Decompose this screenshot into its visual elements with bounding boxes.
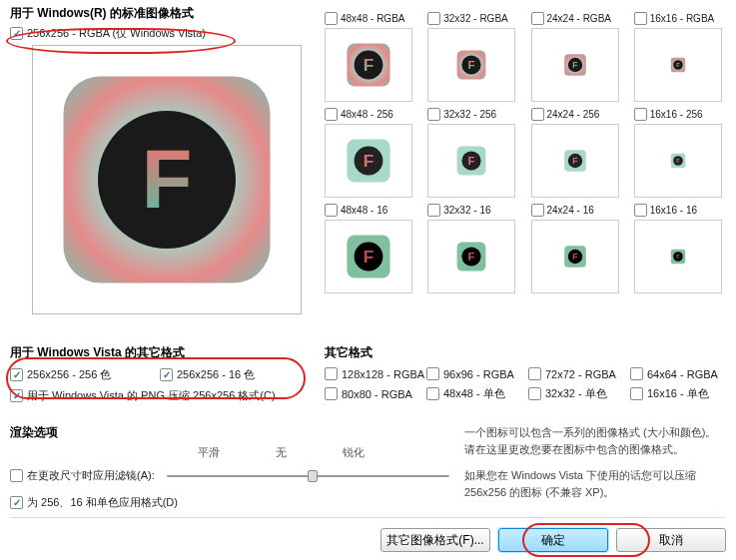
slider-label-sharpen: 锐化 bbox=[343, 445, 365, 460]
svg-text:F: F bbox=[468, 59, 475, 71]
vista-png-compress[interactable]: 用于 Windows Vista 的 PNG 压缩 256x256 格式(C) bbox=[10, 388, 290, 403]
checkbox-icon bbox=[630, 387, 643, 400]
ok-button[interactable]: 确定 bbox=[498, 528, 608, 552]
checkbox-icon bbox=[531, 12, 544, 25]
checkbox-icon bbox=[634, 12, 647, 25]
checkbox-icon bbox=[325, 204, 338, 217]
checkbox-icon bbox=[325, 12, 338, 25]
checkbox-icon bbox=[10, 496, 23, 509]
fmt-48-rgba[interactable]: 48x48 - RGBA bbox=[325, 12, 419, 25]
checkbox-icon bbox=[160, 368, 173, 381]
svg-text:F: F bbox=[572, 252, 577, 262]
filter-slider[interactable] bbox=[167, 475, 449, 477]
other-96-rgba[interactable]: 96x96 - RGBA bbox=[426, 367, 522, 380]
preview-256: F bbox=[32, 45, 302, 314]
fmt-24-16[interactable]: 24x24 - 16 bbox=[531, 204, 626, 217]
fmt-24-rgba[interactable]: 24x24 - RGBA bbox=[531, 12, 626, 25]
other-48-mono[interactable]: 48x48 - 单色 bbox=[426, 386, 522, 401]
fmt-48-256[interactable]: 48x48 - 256 bbox=[325, 108, 419, 121]
fmt-32-256[interactable]: 32x32 - 256 bbox=[427, 108, 522, 121]
checkbox-icon bbox=[531, 108, 544, 121]
vista-256-256[interactable]: 256x256 - 256 色 bbox=[10, 367, 140, 382]
slider-thumb-icon bbox=[308, 470, 318, 482]
checkbox-icon bbox=[426, 387, 439, 400]
render-filter-resize[interactable]: 在更改尺寸时应用滤镜(A): bbox=[10, 468, 449, 483]
slider-label-none: 无 bbox=[276, 445, 287, 460]
checkbox-icon bbox=[325, 108, 338, 121]
other-128-rgba[interactable]: 128x128 - RGBA bbox=[325, 367, 420, 380]
cancel-button[interactable]: 取消 bbox=[616, 528, 726, 552]
other-80-rgba[interactable]: 80x80 - RGBA bbox=[325, 386, 420, 401]
other-title: 其它格式 bbox=[325, 344, 729, 361]
svg-text:F: F bbox=[364, 151, 374, 171]
other-formats-button[interactable]: 其它图像格式(F)... bbox=[380, 528, 490, 552]
other-16-mono[interactable]: 16x16 - 单色 bbox=[630, 386, 726, 401]
checkbox-icon bbox=[10, 368, 23, 381]
fmt-16-rgba[interactable]: 16x16 - RGBA bbox=[634, 12, 729, 25]
checkbox-icon bbox=[531, 204, 544, 217]
checkbox-icon bbox=[325, 367, 338, 380]
svg-text:F: F bbox=[676, 62, 680, 68]
vista-title: 用于 Windows Vista 的其它格式 bbox=[10, 344, 320, 361]
checkbox-icon bbox=[10, 389, 23, 402]
checkbox-icon bbox=[427, 204, 440, 217]
checkbox-icon bbox=[427, 12, 440, 25]
checkbox-icon bbox=[630, 367, 643, 380]
checkbox-icon bbox=[634, 108, 647, 121]
svg-text:F: F bbox=[572, 60, 577, 70]
help-text: 一个图标可以包含一系列的图像格式 (大小和颜色)。请在这里更改您要在图标中包含的… bbox=[464, 424, 724, 510]
svg-text:F: F bbox=[468, 251, 475, 263]
svg-text:F: F bbox=[676, 254, 680, 260]
vista-256-16[interactable]: 256x256 - 16 色 bbox=[160, 367, 290, 382]
fmt-32-16[interactable]: 32x32 - 16 bbox=[427, 204, 522, 217]
std-256-rgba-row[interactable]: 256x256 - RGBA (仅 Windows Vista) bbox=[10, 26, 320, 41]
icon-preview-large: F bbox=[52, 65, 282, 294]
checkbox-icon bbox=[528, 387, 541, 400]
checkbox-icon bbox=[634, 204, 647, 217]
svg-text:F: F bbox=[468, 155, 475, 167]
svg-text:F: F bbox=[364, 55, 374, 75]
checkbox-icon bbox=[426, 367, 439, 380]
fmt-24-256[interactable]: 24x24 - 256 bbox=[531, 108, 626, 121]
checkbox-icon bbox=[325, 387, 338, 400]
fmt-16-16[interactable]: 16x16 - 16 bbox=[634, 204, 729, 217]
other-72-rgba[interactable]: 72x72 - RGBA bbox=[528, 367, 624, 380]
slider-label-smooth: 平滑 bbox=[198, 445, 220, 460]
svg-text:F: F bbox=[676, 158, 680, 164]
render-apply-format[interactable]: 为 256、16 和单色应用格式(D) bbox=[10, 495, 449, 510]
std-formats-title: 用于 Windows(R) 的标准图像格式 bbox=[10, 5, 320, 22]
checkbox-icon bbox=[528, 367, 541, 380]
svg-text:F: F bbox=[364, 247, 374, 267]
other-64-rgba[interactable]: 64x64 - RGBA bbox=[630, 367, 726, 380]
svg-text:F: F bbox=[572, 156, 577, 166]
svg-text:F: F bbox=[142, 133, 193, 226]
fmt-48-16[interactable]: 48x48 - 16 bbox=[325, 204, 419, 217]
fmt-32-rgba[interactable]: 32x32 - RGBA bbox=[427, 12, 522, 25]
render-title: 渲染选项 bbox=[10, 424, 449, 441]
checkbox-icon bbox=[10, 27, 23, 40]
checkbox-icon bbox=[10, 469, 23, 482]
checkbox-icon bbox=[427, 108, 440, 121]
std-256-rgba-label: 256x256 - RGBA (仅 Windows Vista) bbox=[27, 26, 206, 41]
other-32-mono[interactable]: 32x32 - 单色 bbox=[528, 386, 624, 401]
fmt-16-256[interactable]: 16x16 - 256 bbox=[634, 108, 729, 121]
